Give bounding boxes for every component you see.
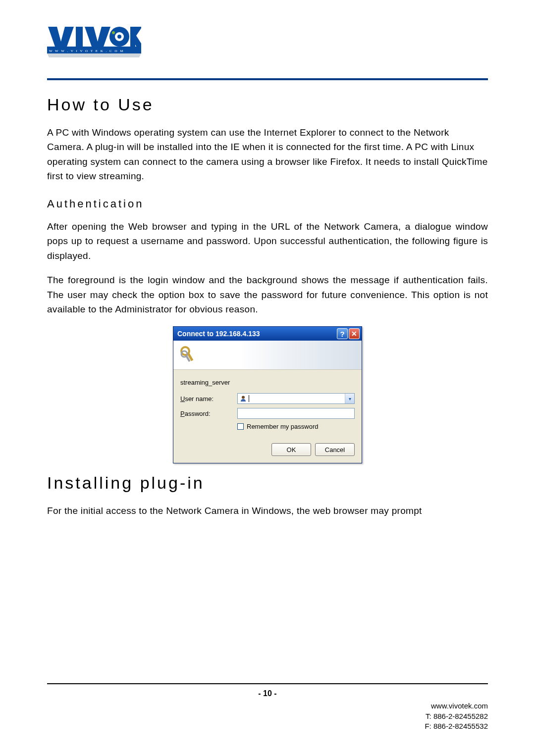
remember-label: Remember my password [247,423,319,430]
footer-tel: T: 886-2-82455282 [47,711,488,721]
text-cursor [249,395,249,402]
footer-divider [47,683,488,684]
keys-icon [178,345,198,365]
page-number: - 10 - [47,689,488,698]
footer-contact: www.vivotek.com T: 886-2-82455282 F: 886… [47,701,488,731]
dialog-button-row: OK Cancel [180,443,355,456]
remember-row[interactable]: Remember my password [237,423,355,430]
svg-text:W W W . V I V O T E K . C O M: W W W . V I V O T E K . C O M [49,49,124,53]
close-button[interactable]: ✕ [349,328,360,339]
dialog-titlebar[interactable]: Connect to 192.168.4.133 ? ✕ [173,327,362,341]
realm-label: streaming_server [180,379,355,386]
paragraph-intro: A PC with Windows operating system can u… [47,125,488,184]
svg-marker-3 [85,27,110,47]
paragraph-auth-1: After opening the Web browser and typing… [47,219,488,263]
password-label: Password: [180,410,237,417]
dialog-banner [173,341,362,370]
document-page: W W W . V I V O T E K . C O M How to Use… [0,0,535,756]
footer-url: www.vivotek.com [47,701,488,711]
page-footer: - 10 - www.vivotek.com T: 886-2-82455282… [47,683,488,731]
heading-installing-plugin: Installing plug-in [47,473,488,493]
paragraph-auth-2: The foreground is the login window and t… [47,273,488,316]
auth-dialog: Connect to 192.168.4.133 ? ✕ streaming_s… [173,326,362,463]
footer-fax: F: 886-2-82455532 [47,721,488,731]
svg-point-16 [242,396,245,399]
svg-point-7 [112,31,115,34]
dialog-body: streaming_server User name: ▾ [173,370,362,463]
ok-button[interactable]: OK [271,443,311,456]
user-icon [240,395,247,402]
svg-marker-11 [47,53,141,57]
auth-dialog-figure: Connect to 192.168.4.133 ? ✕ streaming_s… [47,326,488,463]
username-label: User name: [180,395,237,403]
heading-how-to-use: How to Use [47,95,488,114]
cancel-button[interactable]: Cancel [315,443,355,456]
svg-point-6 [117,35,121,39]
username-row: User name: ▾ [180,393,355,404]
header-divider [47,78,488,80]
svg-rect-2 [76,27,83,47]
svg-marker-1 [48,27,74,47]
paragraph-plugin: For the initial access to the Network Ca… [47,504,488,518]
brand-logo: W W W . V I V O T E K . C O M [47,25,488,58]
password-input[interactable] [237,408,355,419]
help-button[interactable]: ? [337,328,348,339]
heading-authentication: Authentication [47,198,488,210]
password-row: Password: [180,408,355,419]
username-input[interactable]: ▾ [237,393,355,404]
remember-checkbox[interactable] [237,423,244,430]
dropdown-caret-icon[interactable]: ▾ [345,394,354,403]
dialog-title: Connect to 192.168.4.133 [177,330,336,338]
